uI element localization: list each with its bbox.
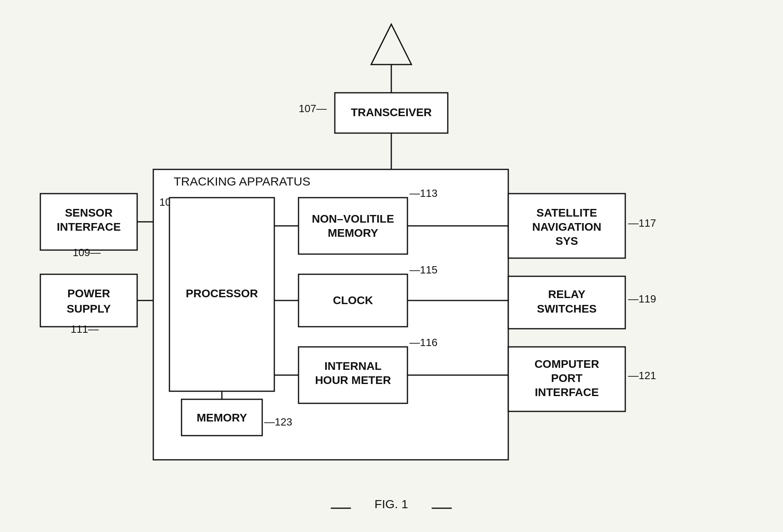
nvm-label2: MEMORY [328, 227, 378, 239]
relay-label1: RELAY [548, 288, 586, 300]
cpu-port-label2: PORT [551, 372, 583, 384]
sensor-interface-ref: 109— [73, 246, 100, 259]
ihm-label1: INTERNAL [324, 360, 382, 372]
power-supply-ref: 111— [71, 323, 98, 335]
sat-nav-label3: SYS [555, 235, 578, 247]
antenna-icon [371, 24, 411, 65]
transceiver-ref: 107— [299, 102, 327, 115]
ihm-label2: HOUR METER [315, 374, 391, 386]
sat-nav-ref: —117 [628, 217, 656, 229]
processor-label: PROCESSOR [186, 287, 258, 300]
ihm-ref: —116 [409, 336, 437, 348]
sensor-interface-label1: SENSOR [65, 207, 113, 219]
relay-label2: SWITCHES [537, 303, 597, 315]
nvm-box [299, 198, 407, 254]
cpu-port-ref: —121 [628, 369, 656, 382]
sat-nav-label2: NAVIGATION [532, 221, 601, 233]
cpu-port-label1: COMPUTER [535, 358, 599, 370]
transceiver-label: TRANSCEIVER [351, 106, 432, 119]
sensor-interface-label2: INTERFACE [57, 221, 121, 233]
diagram-container: TRANSCEIVER 107— TRACKING APPARATUS 105 … [0, 0, 783, 532]
figure-caption: FIG. 1 [374, 497, 408, 511]
tracking-apparatus-label: TRACKING APPARATUS [174, 175, 311, 188]
power-supply-label2: SUPPLY [67, 303, 111, 315]
relay-ref: —119 [628, 293, 656, 305]
power-supply-label1: POWER [67, 287, 110, 300]
power-supply-box [40, 274, 137, 327]
cpu-port-label3: INTERFACE [535, 386, 599, 398]
sat-nav-label1: SATELLITE [537, 207, 597, 219]
nvm-label: NON–VOLITILE [312, 213, 394, 225]
memory-ref: —123 [264, 416, 292, 428]
clock-label: CLOCK [333, 294, 373, 307]
nvm-ref: —113 [409, 187, 437, 199]
memory-label: MEMORY [197, 411, 247, 424]
clock-ref: —115 [409, 264, 437, 276]
